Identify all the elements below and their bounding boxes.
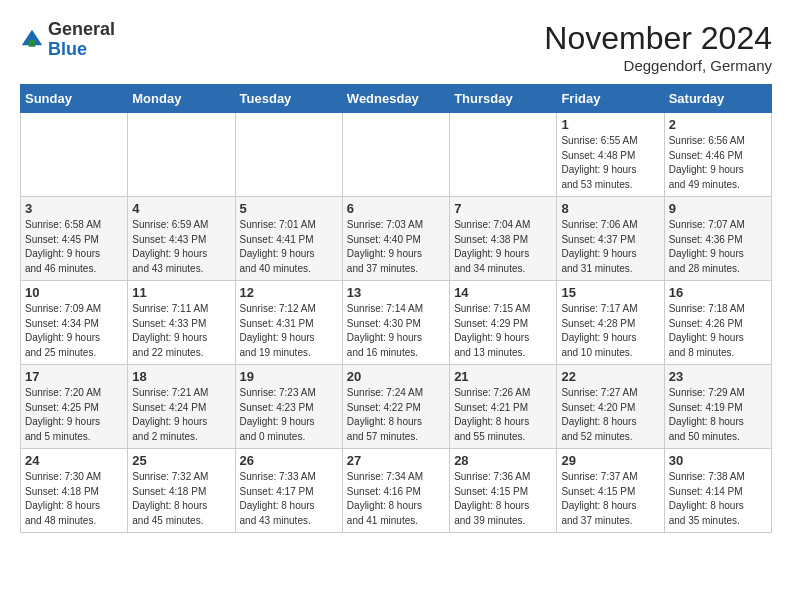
day-number: 19	[240, 369, 338, 384]
day-number: 20	[347, 369, 445, 384]
day-cell: 22Sunrise: 7:27 AM Sunset: 4:20 PM Dayli…	[557, 365, 664, 449]
day-cell: 11Sunrise: 7:11 AM Sunset: 4:33 PM Dayli…	[128, 281, 235, 365]
day-cell: 24Sunrise: 7:30 AM Sunset: 4:18 PM Dayli…	[21, 449, 128, 533]
day-info: Sunrise: 7:30 AM Sunset: 4:18 PM Dayligh…	[25, 470, 123, 528]
day-cell: 20Sunrise: 7:24 AM Sunset: 4:22 PM Dayli…	[342, 365, 449, 449]
day-number: 14	[454, 285, 552, 300]
day-info: Sunrise: 7:36 AM Sunset: 4:15 PM Dayligh…	[454, 470, 552, 528]
day-cell: 25Sunrise: 7:32 AM Sunset: 4:18 PM Dayli…	[128, 449, 235, 533]
day-number: 15	[561, 285, 659, 300]
day-number: 12	[240, 285, 338, 300]
day-info: Sunrise: 7:37 AM Sunset: 4:15 PM Dayligh…	[561, 470, 659, 528]
day-info: Sunrise: 7:07 AM Sunset: 4:36 PM Dayligh…	[669, 218, 767, 276]
day-number: 13	[347, 285, 445, 300]
day-cell: 8Sunrise: 7:06 AM Sunset: 4:37 PM Daylig…	[557, 197, 664, 281]
day-cell: 12Sunrise: 7:12 AM Sunset: 4:31 PM Dayli…	[235, 281, 342, 365]
day-cell: 28Sunrise: 7:36 AM Sunset: 4:15 PM Dayli…	[450, 449, 557, 533]
day-cell: 29Sunrise: 7:37 AM Sunset: 4:15 PM Dayli…	[557, 449, 664, 533]
day-info: Sunrise: 7:06 AM Sunset: 4:37 PM Dayligh…	[561, 218, 659, 276]
day-info: Sunrise: 6:55 AM Sunset: 4:48 PM Dayligh…	[561, 134, 659, 192]
day-cell: 10Sunrise: 7:09 AM Sunset: 4:34 PM Dayli…	[21, 281, 128, 365]
title-block: November 2024 Deggendorf, Germany	[544, 20, 772, 74]
day-cell	[21, 113, 128, 197]
header-cell-thursday: Thursday	[450, 85, 557, 113]
header-cell-friday: Friday	[557, 85, 664, 113]
day-info: Sunrise: 6:56 AM Sunset: 4:46 PM Dayligh…	[669, 134, 767, 192]
week-row-3: 10Sunrise: 7:09 AM Sunset: 4:34 PM Dayli…	[21, 281, 772, 365]
day-info: Sunrise: 7:12 AM Sunset: 4:31 PM Dayligh…	[240, 302, 338, 360]
day-cell: 9Sunrise: 7:07 AM Sunset: 4:36 PM Daylig…	[664, 197, 771, 281]
day-info: Sunrise: 7:34 AM Sunset: 4:16 PM Dayligh…	[347, 470, 445, 528]
header-cell-sunday: Sunday	[21, 85, 128, 113]
day-cell: 27Sunrise: 7:34 AM Sunset: 4:16 PM Dayli…	[342, 449, 449, 533]
day-number: 17	[25, 369, 123, 384]
header-cell-saturday: Saturday	[664, 85, 771, 113]
day-cell: 3Sunrise: 6:58 AM Sunset: 4:45 PM Daylig…	[21, 197, 128, 281]
week-row-5: 24Sunrise: 7:30 AM Sunset: 4:18 PM Dayli…	[21, 449, 772, 533]
week-row-1: 1Sunrise: 6:55 AM Sunset: 4:48 PM Daylig…	[21, 113, 772, 197]
day-cell: 16Sunrise: 7:18 AM Sunset: 4:26 PM Dayli…	[664, 281, 771, 365]
header-cell-wednesday: Wednesday	[342, 85, 449, 113]
day-info: Sunrise: 7:32 AM Sunset: 4:18 PM Dayligh…	[132, 470, 230, 528]
day-cell: 5Sunrise: 7:01 AM Sunset: 4:41 PM Daylig…	[235, 197, 342, 281]
day-cell: 21Sunrise: 7:26 AM Sunset: 4:21 PM Dayli…	[450, 365, 557, 449]
day-number: 22	[561, 369, 659, 384]
day-cell: 4Sunrise: 6:59 AM Sunset: 4:43 PM Daylig…	[128, 197, 235, 281]
day-cell	[128, 113, 235, 197]
day-cell: 14Sunrise: 7:15 AM Sunset: 4:29 PM Dayli…	[450, 281, 557, 365]
day-info: Sunrise: 7:11 AM Sunset: 4:33 PM Dayligh…	[132, 302, 230, 360]
day-cell: 18Sunrise: 7:21 AM Sunset: 4:24 PM Dayli…	[128, 365, 235, 449]
day-number: 27	[347, 453, 445, 468]
day-info: Sunrise: 7:33 AM Sunset: 4:17 PM Dayligh…	[240, 470, 338, 528]
calendar-table: SundayMondayTuesdayWednesdayThursdayFrid…	[20, 84, 772, 533]
day-info: Sunrise: 7:04 AM Sunset: 4:38 PM Dayligh…	[454, 218, 552, 276]
day-number: 28	[454, 453, 552, 468]
day-cell: 19Sunrise: 7:23 AM Sunset: 4:23 PM Dayli…	[235, 365, 342, 449]
day-number: 18	[132, 369, 230, 384]
logo-general-text: General	[48, 19, 115, 39]
day-info: Sunrise: 7:23 AM Sunset: 4:23 PM Dayligh…	[240, 386, 338, 444]
day-number: 7	[454, 201, 552, 216]
logo-text: General Blue	[48, 20, 115, 60]
day-number: 1	[561, 117, 659, 132]
day-info: Sunrise: 7:21 AM Sunset: 4:24 PM Dayligh…	[132, 386, 230, 444]
day-number: 16	[669, 285, 767, 300]
day-number: 25	[132, 453, 230, 468]
day-info: Sunrise: 7:26 AM Sunset: 4:21 PM Dayligh…	[454, 386, 552, 444]
header: General Blue November 2024 Deggendorf, G…	[20, 20, 772, 74]
day-info: Sunrise: 6:59 AM Sunset: 4:43 PM Dayligh…	[132, 218, 230, 276]
day-cell: 6Sunrise: 7:03 AM Sunset: 4:40 PM Daylig…	[342, 197, 449, 281]
day-info: Sunrise: 7:38 AM Sunset: 4:14 PM Dayligh…	[669, 470, 767, 528]
day-cell	[342, 113, 449, 197]
day-number: 8	[561, 201, 659, 216]
day-number: 29	[561, 453, 659, 468]
day-number: 11	[132, 285, 230, 300]
day-number: 9	[669, 201, 767, 216]
day-info: Sunrise: 6:58 AM Sunset: 4:45 PM Dayligh…	[25, 218, 123, 276]
day-cell: 13Sunrise: 7:14 AM Sunset: 4:30 PM Dayli…	[342, 281, 449, 365]
day-number: 6	[347, 201, 445, 216]
day-info: Sunrise: 7:17 AM Sunset: 4:28 PM Dayligh…	[561, 302, 659, 360]
day-number: 5	[240, 201, 338, 216]
svg-rect-1	[29, 40, 36, 47]
header-cell-monday: Monday	[128, 85, 235, 113]
day-cell: 30Sunrise: 7:38 AM Sunset: 4:14 PM Dayli…	[664, 449, 771, 533]
day-cell: 2Sunrise: 6:56 AM Sunset: 4:46 PM Daylig…	[664, 113, 771, 197]
month-title: November 2024	[544, 20, 772, 57]
logo-icon	[20, 28, 44, 52]
day-number: 21	[454, 369, 552, 384]
day-number: 23	[669, 369, 767, 384]
day-info: Sunrise: 7:18 AM Sunset: 4:26 PM Dayligh…	[669, 302, 767, 360]
day-info: Sunrise: 7:29 AM Sunset: 4:19 PM Dayligh…	[669, 386, 767, 444]
day-info: Sunrise: 7:15 AM Sunset: 4:29 PM Dayligh…	[454, 302, 552, 360]
day-cell: 15Sunrise: 7:17 AM Sunset: 4:28 PM Dayli…	[557, 281, 664, 365]
week-row-4: 17Sunrise: 7:20 AM Sunset: 4:25 PM Dayli…	[21, 365, 772, 449]
day-cell: 26Sunrise: 7:33 AM Sunset: 4:17 PM Dayli…	[235, 449, 342, 533]
day-cell: 23Sunrise: 7:29 AM Sunset: 4:19 PM Dayli…	[664, 365, 771, 449]
day-info: Sunrise: 7:27 AM Sunset: 4:20 PM Dayligh…	[561, 386, 659, 444]
day-info: Sunrise: 7:03 AM Sunset: 4:40 PM Dayligh…	[347, 218, 445, 276]
day-info: Sunrise: 7:14 AM Sunset: 4:30 PM Dayligh…	[347, 302, 445, 360]
day-cell: 7Sunrise: 7:04 AM Sunset: 4:38 PM Daylig…	[450, 197, 557, 281]
day-info: Sunrise: 7:20 AM Sunset: 4:25 PM Dayligh…	[25, 386, 123, 444]
day-number: 4	[132, 201, 230, 216]
